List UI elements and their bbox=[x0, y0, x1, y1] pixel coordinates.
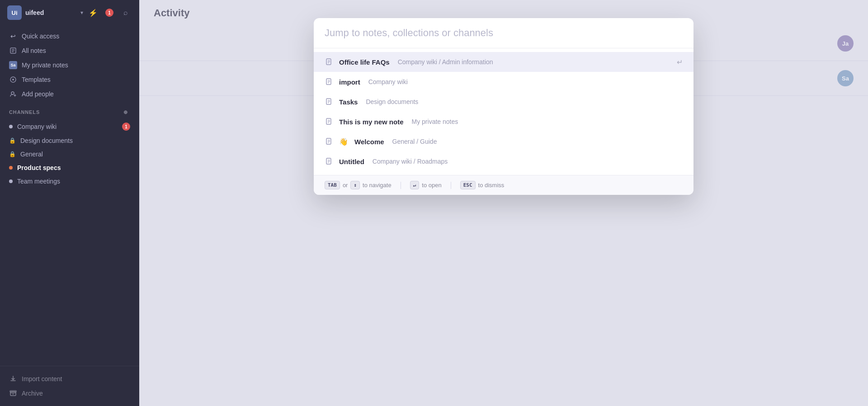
templates-icon bbox=[9, 76, 17, 84]
result-item-import[interactable]: import Company wiki bbox=[314, 72, 693, 92]
esc-key: ESC bbox=[460, 181, 476, 189]
sidebar-item-company-wiki[interactable]: Company wiki 1 bbox=[0, 119, 139, 134]
sidebar-item-label: Archive bbox=[22, 390, 43, 397]
channels-section-header: CHANNELS ⊕ bbox=[0, 101, 139, 119]
modal-footer: TAB or ↕ to navigate ↵ to open ESC to di… bbox=[314, 175, 693, 195]
doc-icon bbox=[325, 117, 334, 126]
enter-icon: ↵ bbox=[677, 58, 683, 66]
result-breadcrumb: My private notes bbox=[412, 118, 458, 125]
sidebar-item-label: Templates bbox=[22, 76, 51, 83]
navigate-hint: TAB or ↕ to navigate bbox=[325, 181, 392, 189]
sidebar-item-label: Quick access bbox=[22, 33, 59, 40]
search-icon[interactable]: ⌕ bbox=[119, 6, 132, 19]
dismiss-hint: ESC to dismiss bbox=[460, 181, 505, 189]
result-title: Untitled bbox=[339, 158, 364, 165]
import-icon bbox=[9, 375, 17, 383]
lock-icon: 🔒 bbox=[9, 151, 16, 157]
result-item-office-life-faqs[interactable]: Office life FAQs Company wiki / Admin in… bbox=[314, 52, 693, 72]
modal-overlay[interactable]: Office life FAQs Company wiki / Admin in… bbox=[139, 0, 868, 406]
sidebar-item-design-documents[interactable]: 🔒 Design documents bbox=[0, 134, 139, 147]
footer-separator bbox=[451, 182, 451, 189]
navigate-label: to navigate bbox=[363, 182, 392, 189]
result-item-tasks[interactable]: Tasks Design documents bbox=[314, 92, 693, 112]
sidebar-item-quick-access[interactable]: ↩ Quick access bbox=[0, 29, 139, 43]
doc-icon bbox=[325, 137, 334, 146]
notification-badge[interactable]: 1 bbox=[103, 6, 116, 19]
search-input[interactable] bbox=[325, 27, 683, 39]
lock-icon: 🔒 bbox=[9, 137, 16, 144]
add-channel-button[interactable]: ⊕ bbox=[121, 108, 130, 117]
sidebar-item-templates[interactable]: Templates bbox=[0, 72, 139, 87]
result-breadcrumb: Company wiki / Admin information bbox=[398, 58, 493, 66]
sidebar-header: Ui uifeed ▾ ⚡ 1 ⌕ bbox=[0, 0, 139, 25]
quick-access-icon: ↩ bbox=[9, 32, 17, 40]
result-title: This is my new note bbox=[339, 118, 404, 126]
sidebar-nav: ↩ Quick access All notes Sa My private n… bbox=[0, 25, 139, 366]
add-people-icon bbox=[9, 90, 17, 98]
open-label: to open bbox=[422, 182, 441, 189]
sidebar-item-team-meetings[interactable]: Team meetings bbox=[0, 175, 139, 188]
sidebar-item-archive[interactable]: Archive bbox=[0, 386, 139, 401]
all-notes-icon bbox=[9, 47, 17, 55]
header-icons: ⚡ 1 ⌕ bbox=[87, 6, 132, 19]
result-title: Welcome bbox=[354, 138, 384, 146]
channel-dot-icon bbox=[9, 125, 13, 128]
sidebar-item-my-private-notes[interactable]: Sa My private notes bbox=[0, 58, 139, 72]
sidebar-item-general[interactable]: 🔒 General bbox=[0, 147, 139, 161]
sidebar-bottom: Import content Archive bbox=[0, 366, 139, 406]
doc-icon bbox=[325, 57, 334, 66]
channel-label: General bbox=[20, 151, 43, 158]
modal-results: Office life FAQs Company wiki / Admin in… bbox=[314, 48, 693, 175]
sidebar-item-all-notes[interactable]: All notes bbox=[0, 43, 139, 58]
app-name: uifeed bbox=[25, 9, 77, 16]
result-title: import bbox=[339, 78, 360, 86]
result-breadcrumb: General / Guide bbox=[392, 138, 437, 145]
channel-label: Company wiki bbox=[17, 123, 57, 130]
chevron-down-icon[interactable]: ▾ bbox=[80, 9, 83, 16]
footer-separator bbox=[401, 182, 401, 189]
channel-label: Design documents bbox=[20, 137, 73, 144]
open-hint: ↵ to open bbox=[410, 181, 442, 189]
doc-icon bbox=[325, 157, 334, 166]
result-item-welcome[interactable]: 👋 Welcome General / Guide bbox=[314, 132, 693, 151]
lightning-icon[interactable]: ⚡ bbox=[87, 6, 99, 19]
svg-point-5 bbox=[12, 79, 14, 80]
sidebar-item-product-specs[interactable]: Product specs bbox=[0, 161, 139, 175]
sidebar-item-label: My private notes bbox=[22, 61, 68, 69]
tab-key: TAB bbox=[325, 181, 340, 189]
modal-search-bar bbox=[314, 18, 693, 48]
result-emoji: 👋 bbox=[339, 137, 348, 146]
main-content: Activity Ja Sa bbox=[139, 0, 868, 406]
result-breadcrumb: Company wiki / Roadmaps bbox=[373, 158, 448, 165]
enter-key: ↵ bbox=[410, 181, 420, 189]
result-item-untitled[interactable]: Untitled Company wiki / Roadmaps bbox=[314, 151, 693, 171]
search-modal: Office life FAQs Company wiki / Admin in… bbox=[314, 18, 693, 195]
result-breadcrumb: Design documents bbox=[366, 98, 418, 105]
dismiss-label: to dismiss bbox=[478, 182, 505, 189]
sidebar-item-label: Import content bbox=[22, 375, 62, 382]
or-label: or bbox=[343, 182, 348, 189]
doc-icon bbox=[325, 97, 334, 106]
sidebar: Ui uifeed ▾ ⚡ 1 ⌕ ↩ Quick access bbox=[0, 0, 139, 406]
archive-icon bbox=[9, 389, 17, 397]
channel-dot-icon bbox=[9, 166, 13, 170]
svg-point-6 bbox=[11, 92, 14, 94]
sidebar-item-add-people[interactable]: Add people bbox=[0, 87, 139, 101]
channels-label: CHANNELS bbox=[9, 109, 40, 115]
result-breadcrumb: Company wiki bbox=[368, 78, 408, 85]
private-notes-icon: Sa bbox=[9, 61, 17, 69]
result-title: Tasks bbox=[339, 98, 358, 106]
channel-label: Product specs bbox=[17, 164, 61, 171]
channel-label: Team meetings bbox=[17, 178, 60, 185]
channel-dot-icon bbox=[9, 179, 13, 183]
result-title: Office life FAQs bbox=[339, 58, 390, 66]
channel-badge: 1 bbox=[122, 123, 130, 131]
avatar[interactable]: Ui bbox=[7, 5, 22, 20]
sidebar-item-label: Add people bbox=[22, 90, 54, 98]
sidebar-item-import-content[interactable]: Import content bbox=[0, 372, 139, 386]
doc-icon bbox=[325, 77, 334, 86]
sidebar-item-label: All notes bbox=[22, 47, 46, 54]
result-item-my-new-note[interactable]: This is my new note My private notes bbox=[314, 112, 693, 132]
arrow-key: ↕ bbox=[350, 181, 360, 189]
